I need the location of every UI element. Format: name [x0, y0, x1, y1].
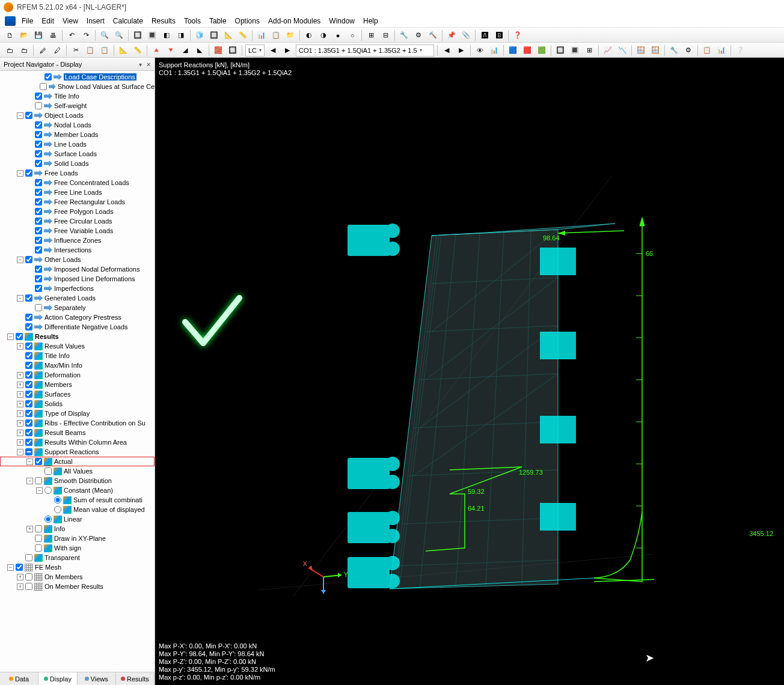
toolbar-button[interactable]: 💾 — [32, 29, 45, 41]
tree-row[interactable]: +On Member Results — [0, 582, 155, 591]
toolbar-button[interactable]: 🗋 — [3, 29, 16, 41]
tree-row[interactable]: Mean value of displayed — [0, 505, 155, 514]
toolbar-button[interactable]: 🪟 — [649, 44, 662, 56]
tree-row[interactable]: −FE Mesh — [0, 562, 155, 572]
toolbar-button[interactable]: ↶ — [65, 29, 78, 41]
tree-row[interactable]: All Values — [0, 466, 155, 476]
menu-table[interactable]: Table — [209, 17, 227, 25]
menu-view[interactable]: View — [63, 17, 78, 25]
tree-checkbox[interactable] — [35, 246, 42, 254]
tree-checkbox[interactable] — [25, 256, 32, 263]
tree-checkbox[interactable] — [25, 169, 32, 177]
tree-toggle[interactable]: − — [36, 487, 43, 494]
tree-row[interactable]: Free Concentrated Loads — [0, 178, 155, 187]
toolbar-button[interactable]: 🖉 — [36, 44, 49, 56]
tree-checkbox[interactable] — [25, 371, 32, 379]
toolbar-button[interactable]: 📋 — [269, 29, 283, 41]
toolbar-button[interactable]: 📐 — [222, 29, 235, 41]
tree-checkbox[interactable] — [25, 448, 32, 455]
toolbar-button[interactable]: ◨ — [174, 29, 188, 41]
tree-checkbox[interactable] — [25, 410, 32, 417]
tree-row[interactable]: Free Circular Loads — [0, 216, 155, 226]
toolbar-button[interactable]: ❔ — [733, 44, 747, 56]
tree-toggle[interactable]: + — [17, 574, 23, 580]
tree-row[interactable]: +Info — [0, 524, 155, 534]
tree-row[interactable]: Surface Loads — [0, 149, 155, 159]
toolbar-button[interactable]: 🔧 — [667, 44, 681, 56]
menu-window[interactable]: Window — [329, 17, 355, 25]
tree-checkbox[interactable] — [35, 131, 42, 138]
menu-calculate[interactable]: Calculate — [113, 17, 143, 25]
tree-checkbox[interactable] — [35, 525, 42, 532]
toolbar-button[interactable]: 🧱 — [212, 44, 225, 56]
toolbar-button[interactable]: 🟦 — [506, 44, 519, 56]
toolbar-button[interactable]: 📊 — [255, 29, 268, 41]
tree-checkbox[interactable] — [25, 381, 32, 388]
toolbar-button[interactable]: ◣ — [193, 44, 206, 56]
toolbar-button[interactable]: 🖶 — [46, 29, 60, 41]
tree-row[interactable]: +On Members — [0, 572, 155, 582]
toolbar-button[interactable]: 🅱 — [492, 29, 506, 41]
tree-checkbox[interactable] — [35, 266, 42, 273]
tree-toggle[interactable]: + — [17, 343, 23, 350]
tree-checkbox[interactable] — [35, 179, 42, 186]
toolbar-button[interactable]: 📊 — [715, 44, 728, 56]
tree-toggle[interactable]: − — [17, 257, 23, 263]
tree-radio[interactable] — [54, 506, 61, 513]
toolbar-button[interactable]: 📏 — [131, 44, 144, 56]
next-lc[interactable]: ▶ — [281, 44, 294, 56]
toolbar-button[interactable]: 🔍 — [112, 29, 126, 41]
toolbar-button[interactable]: ✂ — [69, 44, 82, 56]
tree-row[interactable]: With sign — [0, 543, 155, 553]
tree-row[interactable]: +Ribs - Effective Contribution on Su — [0, 418, 155, 428]
tree-checkbox[interactable] — [35, 102, 42, 109]
toolbar-button[interactable]: 🟥 — [521, 44, 534, 56]
tree-row[interactable]: +Surfaces — [0, 389, 155, 399]
toolbar-button[interactable]: 🔧 — [397, 29, 411, 41]
tree-checkbox[interactable] — [35, 141, 42, 148]
toolbar-button[interactable]: 🖊 — [51, 44, 64, 56]
tree-row[interactable]: Free Rectangular Loads — [0, 197, 155, 207]
tree-checkbox[interactable] — [35, 458, 42, 465]
tree-radio[interactable] — [44, 487, 52, 494]
tree-row[interactable]: −Support Reactions — [0, 447, 155, 457]
toolbar-button[interactable]: ⚙ — [682, 44, 695, 56]
tab-data[interactable]: Data — [0, 672, 38, 685]
tree-toggle[interactable]: + — [17, 391, 23, 398]
tree-checkbox[interactable] — [25, 391, 32, 398]
toolbar-button[interactable]: 📁 — [284, 29, 297, 41]
toolbar-button[interactable]: 📂 — [17, 29, 31, 41]
toolbar-button[interactable]: 🔳 — [145, 29, 159, 41]
tree-checkbox[interactable] — [35, 535, 42, 542]
toolbar-button[interactable]: 🪟 — [634, 44, 648, 56]
prev-lc[interactable]: ◀ — [266, 44, 280, 56]
tree-row[interactable]: Intersections — [0, 245, 155, 255]
tree-row[interactable]: Title Info — [0, 91, 155, 101]
toolbar-button[interactable]: 🔳 — [568, 44, 581, 56]
tree-checkbox[interactable] — [25, 294, 32, 302]
tree-toggle[interactable]: + — [17, 430, 23, 436]
tree-checkbox[interactable] — [25, 112, 32, 119]
tree-checkbox[interactable] — [25, 342, 32, 350]
menu-file[interactable]: File — [22, 17, 33, 25]
tree-row[interactable]: −Free Loads — [0, 168, 155, 178]
tree-row[interactable]: Influence Zones — [0, 236, 155, 245]
tree-row[interactable]: −Results — [0, 332, 155, 341]
tree-toggle[interactable]: − — [17, 170, 23, 177]
toolbar-button[interactable]: 📐 — [117, 44, 130, 56]
toolbar-button[interactable]: 🅰 — [478, 29, 491, 41]
tree-checkbox[interactable] — [35, 150, 42, 157]
toolbar-button[interactable]: 🧊 — [193, 29, 206, 41]
tree-row[interactable]: Solid Loads — [0, 159, 155, 168]
tab-results[interactable]: Results — [116, 672, 155, 685]
toolbar-button[interactable]: 🔍 — [98, 29, 111, 41]
tree-row[interactable]: −Object Loads — [0, 111, 155, 120]
tree-toggle[interactable]: + — [17, 410, 23, 417]
toolbar-button[interactable]: ● — [331, 29, 345, 41]
menu-edit[interactable]: Edit — [41, 17, 54, 25]
menu-results[interactable]: Results — [152, 17, 176, 25]
tree-checkbox[interactable] — [25, 314, 32, 321]
tree-row[interactable]: Imperfections — [0, 284, 155, 293]
tree-checkbox[interactable] — [44, 73, 52, 81]
toolbar-button[interactable]: ↷ — [79, 29, 93, 41]
